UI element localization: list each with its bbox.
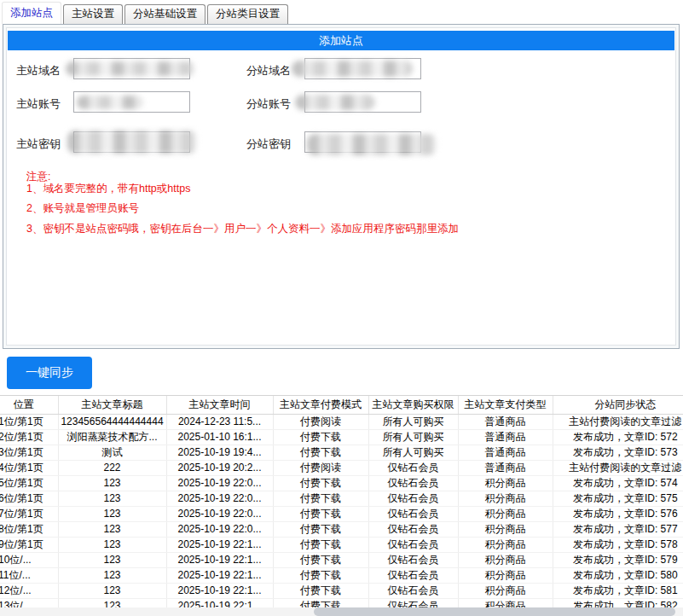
sub-secret-input[interactable] — [304, 131, 421, 153]
main-secret-label: 主站密钥 — [16, 137, 61, 152]
table-row[interactable]: 7位/第1页 123 2025-10-19 22:0... 付费下载 仅钻石会员… — [0, 506, 683, 521]
notice-item: 1、域名要完整的，带有http或https — [26, 183, 459, 195]
table-row[interactable]: 6位/第1页 123 2025-10-19 22:0... 付费下载 仅钻石会员… — [0, 491, 683, 506]
col-article-time: 主站文章时间 — [166, 396, 273, 414]
horizontal-scrollbar — [0, 607, 683, 616]
col-pay-type: 主站文章支付类型 — [458, 396, 553, 414]
col-position: 位置 — [0, 396, 58, 414]
tab-substation-basic-settings[interactable]: 分站基础设置 — [124, 4, 205, 24]
sub-account-label: 分站账号 — [246, 96, 291, 112]
notice-item: 3、密钥不是站点密码哦，密钥在后台一》用户一》个人资料一》添加应用程序密码那里添… — [26, 224, 459, 235]
main-account-label: 主站账号 — [16, 96, 61, 112]
one-click-sync-button[interactable]: 一键同步 — [7, 357, 92, 389]
sub-domain-label: 分站域名 — [246, 63, 291, 78]
col-article-title: 主站文章标题 — [58, 396, 166, 414]
table-row[interactable]: 4位/第1页 222 2025-10-19 20:2... 付费阅读 仅钻石会员… — [0, 460, 683, 475]
sub-secret-label: 分站密钥 — [246, 137, 291, 152]
table-row[interactable]: 2位/第1页 浏阳蒸菜技术配方... 2025-01-10 16:1... 付费… — [0, 429, 683, 445]
tab-main-site-settings[interactable]: 主站设置 — [63, 4, 123, 24]
tab-substation-category-settings[interactable]: 分站类目设置 — [207, 4, 288, 24]
table-row[interactable]: 8位/第1页 123 2025-10-19 22:0... 付费下载 仅钻石会员… — [0, 521, 683, 537]
table-row[interactable]: 13位/... 123 2025-10-19 22:1... 付费下载 仅钻石会… — [0, 598, 683, 607]
redacted-value — [66, 61, 195, 76]
table-row[interactable]: 3位/第1页 测试 2025-10-19 19:4... 付费下载 所有人可购买… — [0, 445, 683, 460]
table-row[interactable]: 12位/... 123 2025-10-19 22:1... 付费下载 仅钻石会… — [0, 583, 683, 598]
redacted-value — [67, 131, 197, 154]
redacted-value — [77, 96, 143, 109]
col-purchase-permission: 主站文章购买权限 — [368, 396, 458, 414]
main-domain-input[interactable] — [73, 58, 190, 79]
table-header-row: 位置 主站文章标题 主站文章时间 主站文章付费模式 主站文章购买权限 主站文章支… — [0, 396, 683, 414]
tab-page: 添加站点 主站域名 分站域名 主站账号 分站账号 主站密钥 分站密钥 注意: 1… — [3, 24, 680, 349]
redacted-value — [307, 134, 437, 155]
sync-results-table: 位置 主站文章标题 主站文章时间 主站文章付费模式 主站文章购买权限 主站文章支… — [0, 395, 683, 607]
horizontal-scrollbar-thumb[interactable] — [314, 607, 675, 616]
notice-block: 注意: 1、域名要完整的，带有http或https 2、账号就是管理员账号 3、… — [26, 171, 459, 235]
redacted-value — [295, 95, 375, 110]
redacted-value — [292, 61, 413, 77]
col-pay-mode: 主站文章付费模式 — [273, 396, 368, 414]
tab-add-site[interactable]: 添加站点 — [2, 2, 61, 24]
add-site-panel: 添加站点 主站域名 分站域名 主站账号 分站账号 主站密钥 分站密钥 注意: 1… — [6, 27, 676, 346]
main-account-input[interactable] — [73, 91, 190, 113]
sub-domain-input[interactable] — [304, 58, 421, 79]
table-row[interactable]: 1位/第1页 123456564444444444 2024-12-23 11:… — [0, 414, 683, 429]
app-window: 添加站点 主站设置 分站基础设置 分站类目设置 添加站点 主站域名 分站域名 主… — [0, 0, 683, 616]
table-row[interactable]: 10位/... 123 2025-10-19 22:1... 付费下载 仅钻石会… — [0, 552, 683, 567]
main-secret-input[interactable] — [73, 131, 190, 153]
notice-title: 注意: — [26, 171, 459, 183]
panel-title-bar: 添加站点 — [8, 31, 674, 50]
table-row[interactable]: 9位/第1页 123 2025-10-19 22:1... 付费下载 仅钻石会员… — [0, 537, 683, 552]
sub-account-input[interactable] — [304, 91, 421, 113]
table-row[interactable]: 5位/第1页 123 2025-10-19 22:0... 付费下载 仅钻石会员… — [0, 475, 683, 491]
notice-item: 2、账号就是管理员账号 — [26, 203, 459, 214]
tab-bar: 添加站点 主站设置 分站基础设置 分站类目设置 — [2, 2, 290, 24]
main-domain-label: 主站域名 — [16, 63, 61, 78]
col-sync-status: 分站同步状态 — [553, 396, 683, 414]
table-row[interactable]: 11位/... 123 2025-10-19 22:1... 付费下载 仅钻石会… — [0, 567, 683, 583]
